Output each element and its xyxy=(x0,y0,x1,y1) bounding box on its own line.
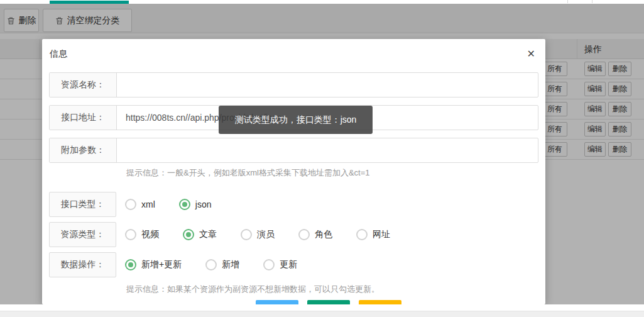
radio-option-video[interactable]: 视频 xyxy=(125,229,159,240)
tab-bar-bottom-strip xyxy=(0,0,644,4)
radio-circle xyxy=(356,229,368,240)
radio-option-update[interactable]: 更新 xyxy=(263,259,297,270)
tab-divider xyxy=(592,0,592,3)
cancel-button[interactable] xyxy=(359,300,401,304)
info-modal: 信息 ✕ 资源名称： 接口地址： 附加参数： 提示信息：一般&开头，例如老版xm… xyxy=(42,39,545,304)
api-url-label: 接口地址： xyxy=(50,106,117,130)
api-type-options: xml json xyxy=(116,199,235,210)
modal-title: 信息 xyxy=(50,48,67,60)
radio-circle xyxy=(205,259,217,270)
radio-circle xyxy=(241,229,252,240)
data-operation-row: 数据操作： 新增+更新 新增 更新 xyxy=(49,252,538,277)
resource-name-input[interactable] xyxy=(117,73,538,97)
radio-option-label: 视频 xyxy=(141,229,159,240)
test-result-tooltip: 测试类型成功，接口类型：json xyxy=(219,106,373,134)
radio-option-label: 更新 xyxy=(280,259,297,270)
radio-option-json[interactable]: json xyxy=(179,199,212,210)
test-button[interactable] xyxy=(256,300,298,304)
radio-circle xyxy=(183,229,194,240)
resource-name-label: 资源名称： xyxy=(50,73,117,97)
data-operation-options: 新增+更新 新增 更新 xyxy=(116,259,321,270)
radio-option-xml[interactable]: xml xyxy=(125,199,155,210)
radio-option-label: 新增 xyxy=(222,259,239,270)
params-hint-text: 提示信息：一般&开头，例如老版xml格式采集下载地址需加入&ct=1 xyxy=(49,168,538,178)
radio-option-label: 文章 xyxy=(199,229,217,240)
radio-circle xyxy=(125,259,136,270)
radio-circle xyxy=(125,229,136,240)
save-button[interactable] xyxy=(307,300,350,304)
horizontal-scrollbar[interactable] xyxy=(0,311,644,317)
radio-option-label: 新增+更新 xyxy=(141,259,182,270)
tooltip-text: 测试类型成功，接口类型：json xyxy=(235,114,357,126)
radio-circle xyxy=(263,259,275,270)
modal-body: 资源名称： 接口地址： 附加参数： 提示信息：一般&开头，例如老版xml格式采集… xyxy=(42,69,545,294)
radio-option-label: 网址 xyxy=(373,229,390,240)
extra-params-input[interactable] xyxy=(117,138,538,162)
radio-option-label: xml xyxy=(141,199,155,209)
modal-header: 信息 ✕ xyxy=(42,39,545,69)
resource-type-row: 资源类型： 视频 文章 演员 角色 xyxy=(49,222,538,247)
radio-option-article[interactable]: 文章 xyxy=(183,229,217,240)
radio-option-actor[interactable]: 演员 xyxy=(241,229,275,240)
radio-option-label: json xyxy=(195,199,212,209)
resource-type-options: 视频 文章 演员 角色 网址 xyxy=(116,229,414,240)
page-bottom-gap xyxy=(0,304,644,311)
api-type-label: 接口类型： xyxy=(49,192,116,217)
radio-circle xyxy=(125,199,136,210)
radio-circle xyxy=(179,199,190,210)
resource-name-group: 资源名称： xyxy=(49,72,538,97)
radio-option-role[interactable]: 角色 xyxy=(298,229,332,240)
extra-params-group: 附加参数： xyxy=(49,138,538,163)
close-icon[interactable]: ✕ xyxy=(527,49,535,59)
radio-option-add[interactable]: 新增 xyxy=(205,259,239,270)
radio-option-label: 角色 xyxy=(315,229,332,240)
api-type-row: 接口类型： xml json xyxy=(49,192,538,217)
radio-option-add-update[interactable]: 新增+更新 xyxy=(125,259,182,270)
radio-circle xyxy=(298,229,310,240)
operation-hint-text: 提示信息：如果某个资源作为副资源不想新增数据，可以只勾选更新。 xyxy=(49,284,538,294)
extra-params-label: 附加参数： xyxy=(50,138,117,162)
active-tab-indicator xyxy=(50,1,129,4)
resource-type-label: 资源类型： xyxy=(49,222,116,247)
data-operation-label: 数据操作： xyxy=(49,252,116,277)
radio-option-label: 演员 xyxy=(257,229,275,240)
radio-option-website[interactable]: 网址 xyxy=(356,229,390,240)
tab-divider xyxy=(567,0,568,3)
